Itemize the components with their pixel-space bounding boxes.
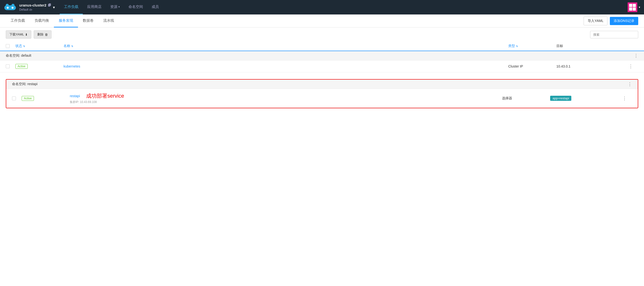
- avatar-block-4: [633, 8, 636, 11]
- table-row: Active kubernetes Cluster IP 10.43.0.1 ⋮: [0, 61, 644, 72]
- avatar-block-1: [629, 4, 632, 7]
- cluster-dropdown-button[interactable]: ▾: [52, 4, 56, 11]
- avatar-block-3: [629, 8, 632, 11]
- nav-item-workload[interactable]: 工作负载: [60, 0, 83, 15]
- avatar-inner: [628, 3, 637, 12]
- row-service-cell: kubernetes: [64, 64, 508, 68]
- namespace-header-restapi: 命名空间: restapi ⋮: [6, 80, 638, 89]
- header-target: 目标: [556, 44, 628, 48]
- tab-service-discovery[interactable]: 服务发现: [54, 15, 78, 28]
- tab-workload[interactable]: 工作负载: [6, 15, 30, 28]
- cluster-sub: Default 🗁: [19, 8, 51, 12]
- table-header: 状态 ⇅ 名称 ⇅ 类型 ⇅ 目标: [0, 42, 644, 51]
- tab-bar-actions: 导入YAML 添加DNS记录: [584, 17, 638, 25]
- namespace-restapi-more-button[interactable]: ⋮: [628, 82, 632, 86]
- row-more-button[interactable]: ⋮: [628, 64, 633, 68]
- row-service-cell: restapi 成功部署service 集群IP: 10.43.69.108: [70, 92, 502, 104]
- nav-item-namespace[interactable]: 命名空间: [124, 0, 147, 15]
- cluster-copy-icon: 🗐: [48, 3, 51, 8]
- cluster-info: uranus-cluster2 🗐 Default 🗁: [19, 3, 51, 12]
- service-sub: 集群IP: 10.43.69.108: [70, 100, 502, 104]
- svg-point-4: [12, 7, 14, 9]
- delete-icon: 🗑: [45, 33, 48, 36]
- nav-item-resources[interactable]: 资源 ▾: [106, 0, 124, 15]
- tab-volumes[interactable]: 数据卷: [78, 15, 98, 28]
- resources-dropdown-icon: ▾: [118, 5, 120, 9]
- download-yaml-button[interactable]: 下载YAML ⬇: [6, 30, 31, 39]
- status-badge: Active: [16, 64, 28, 69]
- row-status: Active: [16, 64, 64, 69]
- avatar-block-2: [633, 4, 636, 7]
- service-name-link[interactable]: restapi: [70, 94, 80, 98]
- tab-pipeline[interactable]: 流水线: [98, 15, 119, 28]
- logo-icon: [4, 3, 16, 12]
- toolbar: 下载YAML ⬇ 删除 🗑: [0, 28, 644, 42]
- header-type[interactable]: 类型 ⇅: [508, 44, 556, 48]
- cluster-sub-icon: 🗁: [29, 8, 32, 12]
- tab-bar: 工作负载 负载均衡 服务发现 数据卷 流水线 导入YAML 添加DNS记录: [0, 15, 644, 28]
- download-icon: ⬇: [25, 33, 28, 36]
- main-nav: 工作负载 应用商店 资源 ▾ 命名空间 成员: [60, 0, 628, 15]
- row-target: 10.43.0.1: [556, 64, 628, 68]
- add-dns-button[interactable]: 添加DNS记录: [610, 17, 638, 25]
- main-content: 下载YAML ⬇ 删除 🗑 状态 ⇅ 名称 ⇅ 类型 ⇅ 目标: [0, 28, 644, 108]
- name-sort-icon: ⇅: [71, 45, 73, 48]
- import-yaml-button[interactable]: 导入YAML: [584, 17, 608, 25]
- namespace-default-more-button[interactable]: ⋮: [634, 54, 638, 58]
- svg-rect-0: [4, 5, 16, 10]
- row-checkbox-col: [6, 64, 16, 68]
- type-sort-icon: ⇅: [516, 45, 518, 48]
- row-type: 选择器: [502, 96, 550, 101]
- search-input[interactable]: [590, 31, 638, 38]
- header-checkbox-col: [6, 44, 16, 48]
- table-row: Active restapi 成功部署service 集群IP: 10.43.6…: [6, 89, 638, 108]
- status-sort-icon: ⇅: [23, 45, 25, 48]
- namespace-header-default: 命名空间: default ⋮: [0, 51, 644, 61]
- svg-rect-2: [12, 4, 14, 6]
- namespace-group-default: 命名空间: default ⋮ Active kubernetes Cluste…: [0, 51, 644, 72]
- row-more-col: ⋮: [628, 64, 638, 68]
- namespace-group-restapi: 命名空间: restapi ⋮ Active restapi 成功部署servi…: [6, 79, 638, 108]
- nav-item-appstore[interactable]: 应用商店: [83, 0, 106, 15]
- row-status: Active: [22, 96, 70, 101]
- row-checkbox[interactable]: [6, 64, 10, 68]
- header-status[interactable]: 状态 ⇅: [16, 44, 64, 48]
- row-more-col: ⋮: [622, 96, 632, 101]
- svg-point-3: [7, 7, 9, 9]
- select-all-checkbox[interactable]: [6, 44, 10, 48]
- user-dropdown-icon[interactable]: ▾: [639, 6, 640, 9]
- status-badge: Active: [22, 96, 34, 101]
- svg-rect-1: [6, 4, 9, 6]
- nav-item-members[interactable]: 成员: [147, 0, 163, 15]
- spacer: [0, 72, 644, 76]
- navbar-right: ▾: [628, 3, 640, 12]
- target-badge: app=restapi: [550, 96, 571, 101]
- header-name[interactable]: 名称 ⇅: [64, 44, 508, 48]
- row-type: Cluster IP: [508, 64, 556, 68]
- service-name-link[interactable]: kubernetes: [64, 64, 508, 68]
- tab-loadbalance[interactable]: 负载均衡: [30, 15, 54, 28]
- navbar: uranus-cluster2 🗐 Default 🗁 ▾ 工作负载 应用商店 …: [0, 0, 644, 15]
- tabs: 工作负载 负载均衡 服务发现 数据卷 流水线: [6, 15, 584, 27]
- success-deploy-text: 成功部署service: [86, 92, 124, 100]
- row-more-button[interactable]: ⋮: [622, 96, 627, 101]
- row-checkbox-col: [12, 96, 22, 100]
- row-target: app=restapi: [550, 96, 622, 101]
- logo: [4, 3, 16, 12]
- row-checkbox[interactable]: [12, 96, 16, 100]
- cluster-name: uranus-cluster2 🗐: [19, 3, 51, 8]
- delete-button[interactable]: 删除 🗑: [34, 30, 52, 39]
- user-avatar[interactable]: [628, 3, 637, 12]
